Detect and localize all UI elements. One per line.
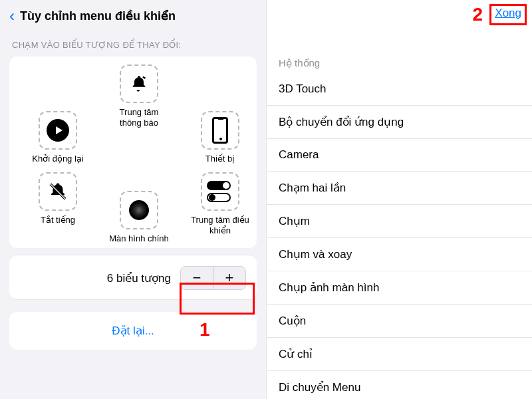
slot-restart[interactable]: Khởi động lại — [28, 111, 88, 164]
list-item[interactable]: Chụm — [267, 205, 532, 238]
icon-count-stepper: − + — [180, 266, 246, 290]
list-item[interactable]: Di chuyển Menu — [267, 371, 532, 399]
list-item[interactable]: Camera — [267, 139, 532, 172]
list-item[interactable]: Bộ chuyển đổi ứng dụng — [267, 106, 532, 139]
slot-label: Trung tâm thông báo — [109, 107, 169, 128]
header: ‹ Tùy chỉnh menu điều khiển — [0, 0, 266, 33]
page-title: Tùy chỉnh menu điều khiển — [20, 9, 176, 23]
slot-label: Thiết bị — [190, 154, 250, 164]
done-button[interactable]: Xong — [495, 7, 521, 20]
bell-icon — [130, 74, 148, 93]
list-item[interactable]: 3D Touch — [267, 73, 532, 106]
slot-label: Khởi động lại — [28, 154, 88, 164]
icon-grid: Trung tâm thông báo Khởi động lại Thiết … — [16, 65, 250, 237]
restart-icon — [47, 119, 69, 142]
icons-card: Trung tâm thông báo Khởi động lại Thiết … — [9, 57, 257, 248]
device-icon — [212, 117, 228, 144]
slot-notification-center[interactable]: Trung tâm thông báo — [109, 65, 169, 128]
feature-list: 3D Touch Bộ chuyển đổi ứng dụng Camera C… — [267, 73, 532, 399]
section-header: CHẠM VÀO BIỂU TƯỢNG ĐỂ THAY ĐỔI: — [0, 33, 266, 54]
reset-row: Đặt lại... — [9, 312, 257, 350]
slot-control-center[interactable]: Trung tâm điều khiển — [190, 172, 250, 235]
decrement-button[interactable]: − — [181, 267, 213, 289]
list-item[interactable]: Cử chỉ — [267, 338, 532, 371]
icon-count-label: 6 biểu tượng — [107, 271, 171, 285]
reset-button[interactable]: Đặt lại... — [112, 325, 154, 337]
customize-panel: ‹ Tùy chỉnh menu điều khiển CHẠM VÀO BIỂ… — [0, 0, 266, 399]
list-item[interactable]: Chạm hai lần — [267, 172, 532, 205]
slot-mute[interactable]: Tắt tiếng — [28, 172, 88, 225]
control-center-icon — [207, 181, 233, 202]
slot-label: Màn hình chính — [109, 233, 169, 244]
increment-button[interactable]: + — [213, 267, 245, 289]
list-item[interactable]: Chụp ảnh màn hình — [267, 271, 532, 305]
icon-count-row: 6 biểu tượng − + — [9, 255, 257, 300]
home-icon — [129, 200, 149, 220]
slot-label: Trung tâm điều khiển — [190, 215, 250, 235]
feature-list-panel: Xong Hệ thống 3D Touch Bộ chuyển đổi ứng… — [266, 0, 532, 399]
slot-device[interactable]: Thiết bị — [190, 111, 250, 164]
mute-icon — [48, 182, 68, 201]
slot-home[interactable]: Màn hình chính — [109, 191, 169, 244]
done-bar: Xong — [267, 0, 532, 27]
list-header: Hệ thống — [267, 27, 532, 73]
list-item[interactable]: Cuộn — [267, 305, 532, 338]
slot-label: Tắt tiếng — [28, 215, 88, 225]
back-chevron-icon[interactable]: ‹ — [9, 7, 15, 25]
list-item[interactable]: Chụm và xoay — [267, 238, 532, 271]
